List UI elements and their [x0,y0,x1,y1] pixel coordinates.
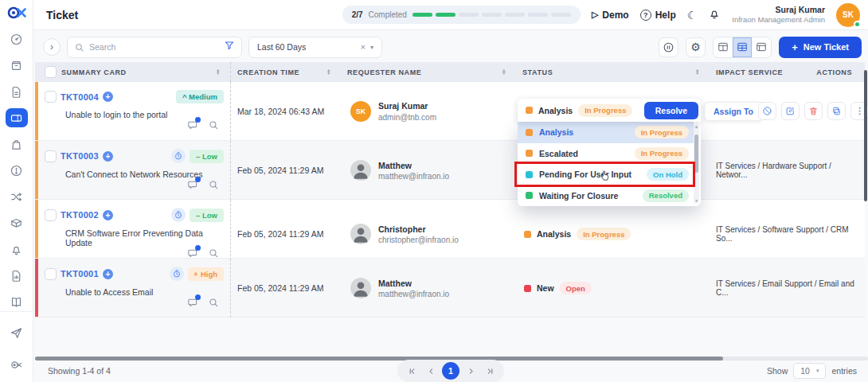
pause-refresh-button[interactable] [659,37,678,57]
page-size-select[interactable]: 10▾ [793,363,826,379]
requester-avatar [350,160,371,181]
user-role: Infraon Management Admin [732,15,825,25]
fish-logo-icon [6,2,27,23]
ticket-id-link[interactable]: TKT0002 [61,210,99,220]
view-toggle-grid[interactable] [733,37,752,57]
row-checkbox[interactable] [45,91,57,103]
next-page-button[interactable] [463,363,479,379]
demo-button[interactable]: ▷ Demo [592,10,629,21]
requester-email: matthew@infraon.io [378,172,449,181]
sidebar-item-dashboard[interactable] [6,29,28,49]
sidebar-item-reports[interactable] [6,266,28,285]
sla-timer-icon[interactable] [171,149,186,163]
sla-timer-icon[interactable] [171,208,186,222]
app-logo[interactable] [0,0,33,25]
notifications-bell[interactable] [708,7,721,23]
copy-action-button[interactable] [827,102,846,120]
table-row[interactable]: TKT0002 + Low CRM Software Error Prevent… [35,200,865,259]
help-button[interactable]: ? Help [640,10,676,21]
status-dot [524,285,531,292]
sidebar-item-incidents[interactable] [6,161,28,180]
comments-icon[interactable] [187,297,198,310]
sidebar-item-tickets[interactable] [6,108,28,127]
preview-icon[interactable] [208,179,219,192]
filter-funnel-icon[interactable] [224,40,235,54]
row-actions: ⋮ [758,102,868,120]
sidebar-item-assets[interactable] [6,134,28,154]
ticket-id-link[interactable]: TKT0004 [61,92,99,102]
row-checkbox[interactable] [45,268,57,280]
block-action-button[interactable] [758,102,776,120]
sidebar-item-workflows[interactable] [6,187,28,206]
sort-icon[interactable]: ▲▼ [326,69,331,74]
clear-filter-icon[interactable]: × [361,42,366,52]
delete-action-button[interactable] [804,102,823,120]
avatar[interactable]: SK [836,3,860,27]
view-toggle-compact[interactable] [714,37,733,57]
sort-icon[interactable]: ▲▼ [695,69,700,74]
vertical-scrollbar[interactable] [864,70,867,201]
table-row[interactable]: TKT0003 + Low Can't Connect to Network R… [35,141,865,200]
ticket-subject[interactable]: CRM Software Error Preventing Data Updat… [65,228,224,248]
sidebar-item-inbox[interactable] [6,56,28,75]
sidebar-item-notifications[interactable] [6,240,28,259]
requester-name: Matthew [378,279,412,288]
sidebar-item-brand[interactable] [6,355,28,374]
new-ticket-button[interactable]: + New Ticket [779,37,862,58]
onboarding-progress[interactable]: 2/7 Completed [342,6,581,24]
status-option-escalated[interactable]: Escalated In Progress [518,143,694,165]
sort-icon[interactable]: ▲▼ [216,69,221,74]
status-option-pending-for-user-input[interactable]: Pending For User Input On Hold [518,164,694,185]
settings-button[interactable]: ⚙ [686,37,706,57]
sidebar-item-documents[interactable] [6,82,28,101]
priority-badge: High [188,267,224,281]
search-icon [74,42,84,53]
resolve-button[interactable]: Resolve [644,102,698,119]
requester-email: christopher@infraon.io [378,236,459,244]
preview-icon[interactable] [208,119,219,132]
status-cell[interactable]: New Open [516,259,710,318]
ticket-id-link[interactable]: TKT0003 [61,151,99,161]
status-option-waiting-for-closure[interactable]: Waiting For Closure Resolved [518,185,694,207]
assign-to-button[interactable]: Assign To [704,102,763,121]
comments-icon[interactable] [187,119,198,132]
bag-icon [10,138,23,151]
add-circle-icon[interactable]: + [103,92,113,102]
impact-service-cell: IT Services / Email Support / Email and … [710,259,865,318]
date-range-filter[interactable]: Last 60 Days × ▾ [248,37,382,58]
showing-count: Showing 1-4 of 4 [48,366,111,376]
sidebar-item-knowledge-base[interactable] [6,292,28,311]
add-circle-icon[interactable]: + [103,269,113,279]
pagination: 1 [397,360,504,382]
expand-panel-button[interactable]: › [43,38,61,56]
status-option-analysis[interactable]: Analysis In Progress [518,122,694,143]
ticket-id-link[interactable]: TKT0001 [61,269,99,279]
preview-icon[interactable] [208,297,219,310]
search-input[interactable] [89,42,219,52]
add-circle-icon[interactable]: + [103,151,113,162]
add-circle-icon[interactable]: + [103,210,113,220]
comments-icon[interactable] [187,179,198,192]
row-checkbox[interactable] [45,209,57,221]
view-toggle-split[interactable] [752,37,771,57]
row-checkbox[interactable] [45,150,57,162]
select-all-checkbox[interactable] [45,66,57,78]
last-page-button[interactable] [482,363,498,379]
status-dropdown-trigger[interactable]: Analysis In Progress Resolve [518,99,701,122]
prev-page-button[interactable] [423,363,439,379]
first-page-button[interactable] [404,363,420,379]
sidebar-item-releases[interactable] [6,213,28,232]
table-row[interactable]: TKT0001 + High Unable to Access Email Fe… [35,259,865,318]
edit-action-button[interactable] [781,102,800,120]
sidebar-item-send[interactable] [6,323,28,342]
status-dot [526,192,533,199]
dropdown-scrollbar[interactable]: ▲ ▼ [694,124,699,204]
impact-service-cell: IT Services / Hardware Support / Networ.… [710,141,865,200]
status-dot [526,171,533,178]
creation-time: Feb 05, 2024 11:29 AM [231,141,341,200]
sort-icon[interactable]: ▲▼ [502,69,506,74]
priority-color-bar [35,259,38,317]
sla-timer-icon[interactable] [170,267,184,281]
current-page[interactable]: 1 [442,362,459,380]
dark-mode-toggle[interactable]: ☾ [687,9,698,21]
